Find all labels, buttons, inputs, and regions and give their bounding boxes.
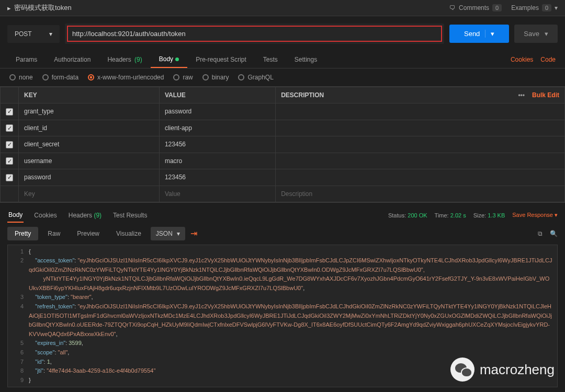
radio-icon [238, 74, 244, 80]
tab-authorization[interactable]: Authorization [46, 52, 99, 67]
cell-key[interactable]: grant_type [19, 103, 160, 120]
save-response-link[interactable]: Save Response ▾ [512, 212, 558, 218]
cell-value[interactable]: macro [159, 153, 275, 169]
view-preview[interactable]: Preview [70, 227, 107, 240]
cell-key[interactable]: password [19, 169, 160, 186]
chevron-down-icon: ▾ [49, 30, 52, 38]
placeholder-desc[interactable]: Description [276, 186, 565, 202]
wrap-lines-icon[interactable]: ⇥ [187, 228, 200, 238]
comments-button[interactable]: 🗨 Comments 0 [449, 4, 502, 11]
code-link[interactable]: Code [540, 56, 556, 63]
placeholder-value[interactable]: Value [159, 186, 275, 202]
radio-icon [202, 74, 209, 80]
chevron-down-icon: ▾ [555, 4, 558, 11]
cell-value[interactable]: 123456 [159, 169, 275, 186]
cell-description[interactable] [276, 169, 565, 186]
radio-icon [173, 74, 179, 80]
radio-x-www-form[interactable]: x-www-form-urlencoded [88, 74, 164, 81]
comments-count: 0 [492, 4, 502, 11]
cell-value[interactable]: password [159, 103, 275, 120]
comment-icon: 🗨 [449, 4, 456, 11]
title-text: 密码模式获取token [14, 3, 72, 13]
copy-icon[interactable]: ⧉ [538, 230, 543, 237]
cell-description[interactable] [276, 120, 565, 136]
tab-tests[interactable]: Tests [255, 52, 286, 67]
cell-key[interactable]: client_id [19, 120, 160, 136]
view-bar: Pretty Raw Preview Visualize JSON ▾ ⇥ ⧉ … [0, 223, 565, 245]
table-row: ✓ client_secret 123456 [1, 136, 565, 153]
caret-right-icon: ▸ [7, 4, 11, 12]
table-row: ✓ grant_type password [1, 103, 565, 120]
request-tabs: Params Authorization Headers (9) Body Pr… [0, 51, 565, 68]
send-button[interactable]: Send ▾ [449, 25, 509, 43]
resp-tab-cookies[interactable]: Cookies [33, 209, 58, 222]
radio-raw[interactable]: raw [173, 74, 193, 81]
checkbox[interactable]: ✓ [6, 108, 13, 116]
checkbox[interactable]: ✓ [6, 157, 13, 165]
checkbox[interactable]: ✓ [6, 124, 13, 132]
body-types: none form-data x-www-form-urlencoded raw… [0, 68, 565, 87]
checkbox[interactable]: ✓ [6, 174, 13, 181]
search-icon[interactable]: 🔍 [550, 230, 558, 237]
tab-headers[interactable]: Headers (9) [99, 52, 150, 67]
wechat-icon [450, 358, 474, 382]
time-value: 2.02 s [450, 212, 466, 218]
radio-icon [9, 74, 16, 80]
resp-tab-body[interactable]: Body [7, 208, 24, 223]
view-pretty[interactable]: Pretty [7, 227, 38, 240]
placeholder-key[interactable]: Key [19, 186, 160, 202]
tab-params[interactable]: Params [7, 52, 46, 67]
examples-button[interactable]: Examples 0 ▾ [511, 4, 558, 11]
watermark: macrozheng [450, 358, 555, 382]
dot-icon [175, 57, 179, 61]
response-tabs: Body Cookies Headers (9) Test Results St… [0, 202, 565, 223]
examples-count: 0 [542, 4, 551, 11]
save-button[interactable]: Save ▾ [514, 25, 558, 43]
radio-icon [88, 74, 94, 80]
resp-tab-test-results[interactable]: Test Results [112, 209, 148, 222]
size-value: 1.3 KB [488, 212, 505, 218]
header-value: VALUE [159, 87, 275, 103]
request-title[interactable]: ▸ 密码模式获取token [7, 3, 72, 13]
cookies-link[interactable]: Cookies [511, 56, 533, 63]
table-row: ✓ password 123456 [1, 169, 565, 186]
lang-select[interactable]: JSON ▾ [151, 227, 185, 240]
status-value: 200 OK [408, 212, 427, 218]
radio-icon [42, 74, 49, 80]
header-description: DESCRIPTION ••• Bulk Edit [276, 87, 565, 103]
more-options[interactable]: ••• [518, 91, 525, 99]
view-visualize[interactable]: Visualize [109, 227, 149, 240]
radio-none[interactable]: none [9, 74, 33, 81]
table-row: ✓ client_id client-app [1, 120, 565, 136]
chevron-down-icon: ▾ [177, 230, 180, 237]
cell-description[interactable] [276, 136, 565, 153]
checkbox[interactable]: ✓ [6, 141, 13, 148]
chevron-down-icon[interactable]: ▾ [485, 30, 494, 38]
header-key: KEY [19, 87, 160, 103]
tab-header: ▸ 密码模式获取token 🗨 Comments 0 Examples 0 ▾ [0, 0, 565, 16]
header-checkbox [1, 87, 19, 103]
tab-pre-request[interactable]: Pre-request Script [187, 52, 255, 67]
request-bar: POST ▾ Send ▾ Save ▾ [0, 16, 565, 51]
tab-body[interactable]: Body [151, 51, 187, 68]
radio-binary[interactable]: binary [202, 74, 229, 81]
url-input-wrapper [65, 24, 444, 44]
cell-key[interactable]: username [19, 153, 160, 169]
cell-description[interactable] [276, 153, 565, 169]
chevron-down-icon[interactable]: ▾ [545, 30, 548, 38]
bulk-edit-link[interactable]: Bulk Edit [532, 91, 559, 99]
kv-table: KEY VALUE DESCRIPTION ••• Bulk Edit ✓ gr… [0, 87, 565, 202]
table-row: ✓ username macro [1, 153, 565, 169]
cell-value[interactable]: client-app [159, 120, 275, 136]
tab-settings[interactable]: Settings [286, 52, 325, 67]
cell-key[interactable]: client_secret [19, 136, 160, 153]
resp-tab-headers[interactable]: Headers (9) [67, 209, 103, 222]
cell-value[interactable]: 123456 [159, 136, 275, 153]
cell-description[interactable] [276, 103, 565, 120]
method-select[interactable]: POST ▾ [7, 25, 60, 43]
url-input[interactable] [67, 26, 442, 42]
radio-form-data[interactable]: form-data [42, 74, 78, 81]
radio-graphql[interactable]: GraphQL [238, 74, 273, 81]
view-raw[interactable]: Raw [40, 227, 67, 240]
